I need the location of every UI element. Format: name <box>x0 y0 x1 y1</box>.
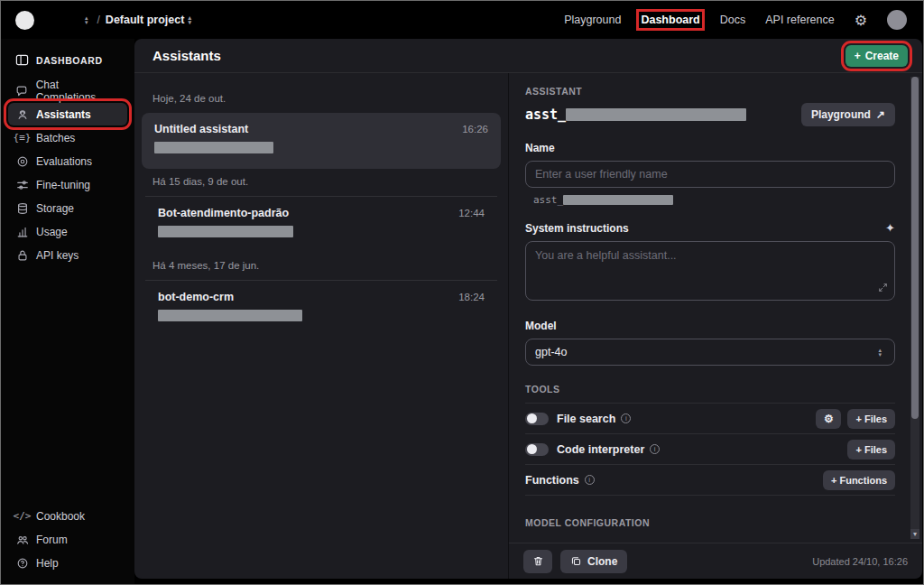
sidebar-item-label: Fine-tuning <box>36 179 90 191</box>
settings-gear-icon[interactable]: ⚙ <box>855 12 867 29</box>
chevron-down-icon: ▾ <box>878 352 882 357</box>
sidebar-item-batches[interactable]: {≡} Batches <box>8 126 127 149</box>
redacted-id <box>566 108 746 121</box>
file-search-label: File search <box>557 413 615 425</box>
system-instructions-input[interactable] <box>525 241 895 301</box>
people-icon <box>15 534 29 546</box>
clone-button[interactable]: Clone <box>560 550 627 573</box>
sidebar-item-label: Forum <box>36 534 68 546</box>
sidebar-item-chat-completions[interactable]: Chat Completions <box>8 79 127 102</box>
org-selector[interactable]: ▴ ▾ <box>85 15 88 24</box>
nav-api-reference[interactable]: API reference <box>765 14 834 26</box>
code-interpreter-label: Code interpreter <box>557 443 644 456</box>
file-search-add-files-button[interactable]: + Files <box>847 409 895 429</box>
batches-icon: {≡} <box>15 132 29 144</box>
expand-icon[interactable] <box>878 280 888 296</box>
avatar[interactable] <box>887 10 907 30</box>
chevron-down-icon: ▾ <box>188 20 191 24</box>
breadcrumb-separator: / <box>97 14 100 26</box>
sidebar-item-label: Storage <box>36 202 74 215</box>
sidebar-item-forum[interactable]: Forum <box>8 528 127 551</box>
delete-button[interactable] <box>523 550 552 573</box>
name-input[interactable] <box>525 161 895 188</box>
chevron-down-icon: ▾ <box>85 20 88 24</box>
scroll-down-arrow-icon[interactable]: ▾ <box>910 529 919 539</box>
plus-icon: + <box>855 50 861 62</box>
redacted-id <box>158 310 302 321</box>
sidebar-item-evaluations[interactable]: Evaluations <box>8 150 127 172</box>
functions-row: Functions i + Functions <box>525 464 895 495</box>
code-interpreter-add-files-button[interactable]: + Files <box>847 440 895 460</box>
model-label: Model <box>525 320 895 332</box>
openai-logo[interactable] <box>15 11 34 30</box>
detail-scroll-area: ASSISTANT asst_ Playground ↗ Name <box>509 73 922 543</box>
assistant-time: 18:24 <box>458 292 485 302</box>
assistant-detail-panel: ASSISTANT asst_ Playground ↗ Name <box>509 73 922 579</box>
copy-icon <box>570 555 582 567</box>
model-select[interactable]: gpt-4o ▴ ▾ <box>525 339 895 366</box>
usage-icon <box>15 226 29 238</box>
top-nav: Playground Dashboard Docs API reference … <box>564 10 907 30</box>
file-search-settings-button[interactable]: ⚙ <box>816 409 841 429</box>
sidebar-item-api-keys[interactable]: API keys <box>8 244 127 266</box>
code-interpreter-toggle[interactable] <box>525 443 549 456</box>
sidebar-item-label: Cookbook <box>36 510 85 523</box>
assistant-name: Bot-atendimento-padrão <box>158 207 289 219</box>
evaluations-icon <box>15 155 29 168</box>
main-panel: Assistants + Create Hoje, 24 de out. Unt… <box>134 39 922 579</box>
storage-icon <box>15 202 29 215</box>
file-search-toggle[interactable] <box>525 413 549 425</box>
nav-dashboard[interactable]: Dashboard <box>641 14 699 26</box>
sidebar-item-cookbook[interactable]: </> Cookbook <box>8 505 127 527</box>
model-configuration-label: MODEL CONFIGURATION <box>525 517 895 536</box>
lock-icon <box>15 249 29 262</box>
functions-label: Functions <box>525 474 579 487</box>
sidebar-item-label: Chat Completions <box>36 79 120 104</box>
system-instructions-label: System instructions <box>525 222 629 235</box>
assistant-section-label: ASSISTANT <box>525 86 895 97</box>
topbar: ▴ ▾ / Default project ▴ ▾ Playground Das… <box>1 1 923 39</box>
assistant-id-hint: asst_ <box>533 194 563 206</box>
code-interpreter-row: Code interpreter i + Files <box>525 433 895 464</box>
sidebar-item-help[interactable]: Help <box>8 552 127 574</box>
list-item-bot-atendimento[interactable]: Bot-atendimento-padrão 12:44 <box>145 196 497 253</box>
sidebar-item-storage[interactable]: Storage <box>8 197 127 219</box>
sparkle-icon[interactable]: ✦ <box>885 221 895 235</box>
assistant-time: 12:44 <box>458 208 485 218</box>
playground-button[interactable]: Playground ↗ <box>801 103 895 126</box>
list-item-bot-demo-crm[interactable]: bot-demo-crm 18:24 <box>145 280 497 337</box>
model-value: gpt-4o <box>535 346 567 358</box>
dashboard-panel-icon <box>15 53 29 67</box>
trash-icon <box>532 555 544 567</box>
name-label: Name <box>525 142 895 154</box>
tools-section-label: TOOLS <box>525 384 895 403</box>
list-item-untitled-assistant[interactable]: Untitled assistant 16:26 <box>142 113 501 169</box>
sidebar-item-label: Usage <box>36 226 68 238</box>
add-functions-button[interactable]: + Functions <box>823 470 895 490</box>
info-icon: i <box>585 475 595 485</box>
page-title: Assistants <box>152 48 221 63</box>
scrollbar-thumb[interactable] <box>911 77 919 419</box>
sidebar-header: DASHBOARD <box>8 51 127 79</box>
sidebar-header-label: DASHBOARD <box>36 55 103 66</box>
sidebar-item-fine-tuning[interactable]: Fine-tuning <box>8 173 127 196</box>
nav-playground[interactable]: Playground <box>564 14 621 26</box>
sidebar-item-assistants[interactable]: Assistants <box>8 103 127 125</box>
nav-docs[interactable]: Docs <box>720 14 745 26</box>
file-search-row: File search i ⚙ + Files <box>525 403 895 433</box>
redacted-id <box>563 195 673 205</box>
assistant-name: Untitled assistant <box>154 123 248 135</box>
sidebar-item-usage[interactable]: Usage <box>8 220 127 243</box>
sidebar-item-label: Evaluations <box>36 155 92 168</box>
assistants-list: Hoje, 24 de out. Untitled assistant 16:2… <box>134 73 509 579</box>
redacted-id <box>154 142 273 153</box>
create-button[interactable]: + Create <box>845 45 908 67</box>
app-window: ▴ ▾ / Default project ▴ ▾ Playground Das… <box>0 0 924 585</box>
project-selector[interactable]: Default project ▴ ▾ <box>106 14 195 26</box>
page-header: Assistants + Create <box>134 39 922 73</box>
date-group-label: Há 15 dias, 9 de out. <box>142 169 501 196</box>
sidebar-item-label: API keys <box>36 249 79 262</box>
assistant-name: bot-demo-crm <box>158 291 234 303</box>
scrollbar[interactable]: ▾ <box>910 77 919 539</box>
code-icon: </> <box>15 510 29 522</box>
